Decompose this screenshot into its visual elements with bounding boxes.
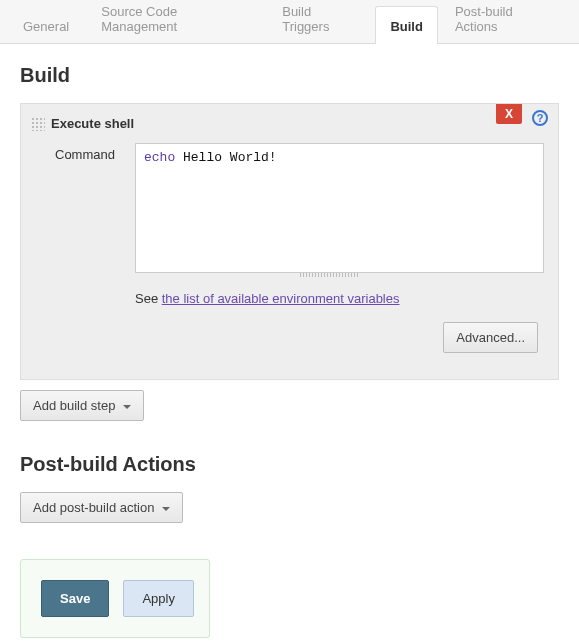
command-label: Command [55, 143, 125, 162]
footer-actions: Save Apply [20, 559, 210, 638]
env-vars-help: See the list of available environment va… [135, 291, 544, 306]
delete-step-button[interactable]: X [496, 104, 522, 124]
config-tabs: General Source Code Management Build Tri… [0, 0, 579, 44]
tab-triggers[interactable]: Build Triggers [267, 0, 373, 44]
advanced-button[interactable]: Advanced... [443, 322, 538, 353]
post-build-section: Post-build Actions Add post-build action [20, 453, 559, 523]
add-build-step-button[interactable]: Add build step [20, 390, 144, 421]
tab-build[interactable]: Build [375, 6, 438, 44]
env-vars-link[interactable]: the list of available environment variab… [162, 291, 400, 306]
drag-handle-icon[interactable] [31, 117, 45, 131]
build-step-body: Command echo Hello World! See the list o… [25, 137, 554, 375]
build-step-title: Execute shell [51, 116, 134, 131]
build-step-header: Execute shell X ? [25, 108, 554, 137]
add-post-build-action-button[interactable]: Add post-build action [20, 492, 183, 523]
tab-scm[interactable]: Source Code Management [86, 0, 265, 44]
build-section-title: Build [20, 64, 559, 87]
help-prefix-text: See [135, 291, 162, 306]
save-button[interactable]: Save [41, 580, 109, 617]
command-textarea[interactable]: echo Hello World! [135, 143, 544, 273]
apply-button[interactable]: Apply [123, 580, 194, 617]
build-steps-container: Execute shell X ? Command echo Hello Wor… [20, 103, 559, 380]
tab-general[interactable]: General [8, 6, 84, 44]
post-build-title: Post-build Actions [20, 453, 559, 476]
resize-handle-icon[interactable] [135, 273, 544, 279]
content-area: Build Execute shell X ? Command echo Hel… [0, 44, 579, 641]
help-icon[interactable]: ? [532, 110, 548, 126]
tab-post-build[interactable]: Post-build Actions [440, 0, 569, 44]
